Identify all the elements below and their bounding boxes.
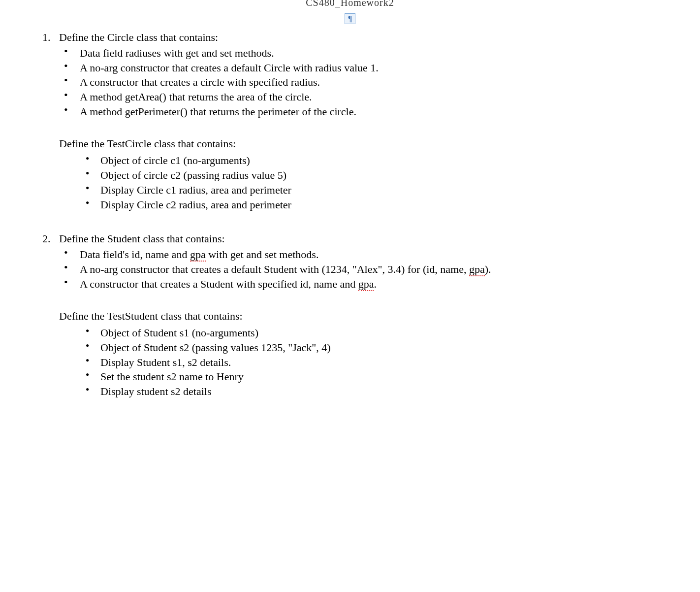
list-item: Object of circle c2 (passing radius valu… <box>86 168 670 183</box>
list-item: Display Circle c2 radius, area and perim… <box>86 197 670 212</box>
text: ). <box>485 263 491 275</box>
spellcheck-gpa: gpa <box>190 248 206 262</box>
list-item: Object of Student s2 (passing values 123… <box>86 340 670 355</box>
page-header-partial: CS480_Homework2 <box>30 0 670 8</box>
list-item: Object of Student s1 (no-arguments) <box>86 326 670 340</box>
document-page: CS480_Homework2 ¶ Define the Circle clas… <box>0 0 700 449</box>
q1-subhead: Define the TestCircle class that contain… <box>59 137 670 150</box>
spellcheck-gpa: gpa <box>469 263 485 276</box>
list-item: A constructor that creates a circle with… <box>64 75 670 90</box>
q2-bullets-b: Object of Student s1 (no-arguments) Obje… <box>59 326 670 398</box>
question-2: Define the Student class that contains: … <box>53 232 670 399</box>
text: A constructor that creates a Student wit… <box>80 278 358 290</box>
question-list: Define the Circle class that contains: D… <box>30 31 670 399</box>
q2-subhead: Define the TestStudent class that contai… <box>59 310 670 323</box>
list-item: Set the student s2 name to Henry <box>86 369 670 384</box>
question-1: Define the Circle class that contains: D… <box>53 31 670 212</box>
list-item: A method getArea() that returns the area… <box>64 90 670 104</box>
q2-intro: Define the Student class that contains: <box>59 232 670 245</box>
q1-intro: Define the Circle class that contains: <box>59 31 670 44</box>
pilcrow-marker-wrap: ¶ <box>30 11 670 24</box>
pilcrow-icon: ¶ <box>345 13 356 24</box>
text: Data field's id, name and <box>80 248 190 261</box>
list-item: Display Student s1, s2 details. <box>86 355 670 370</box>
text: . <box>374 278 377 290</box>
text: A no-arg constructor that creates a defa… <box>80 263 469 275</box>
list-item: A constructor that creates a Student wit… <box>64 277 670 292</box>
list-item: A method getPerimeter() that returns the… <box>64 104 670 119</box>
list-item: A no-arg constructor that creates a defa… <box>64 61 670 75</box>
list-item: Data field radiuses with get and set met… <box>64 46 670 61</box>
spellcheck-gpa: gpa <box>358 278 374 291</box>
list-item: A no-arg constructor that creates a defa… <box>64 262 670 277</box>
list-item: Display Circle c1 radius, area and perim… <box>86 183 670 197</box>
list-item: Object of circle c1 (no-arguments) <box>86 153 670 168</box>
q1-bullets-a: Data field radiuses with get and set met… <box>59 46 670 119</box>
q2-bullets-a: Data field's id, name and gpa with get a… <box>59 247 670 291</box>
list-item: Data field's id, name and gpa with get a… <box>64 247 670 262</box>
q1-bullets-b: Object of circle c1 (no-arguments) Objec… <box>59 153 670 212</box>
list-item: Display student s2 details <box>86 384 670 399</box>
text: with get and set methods. <box>206 248 319 261</box>
